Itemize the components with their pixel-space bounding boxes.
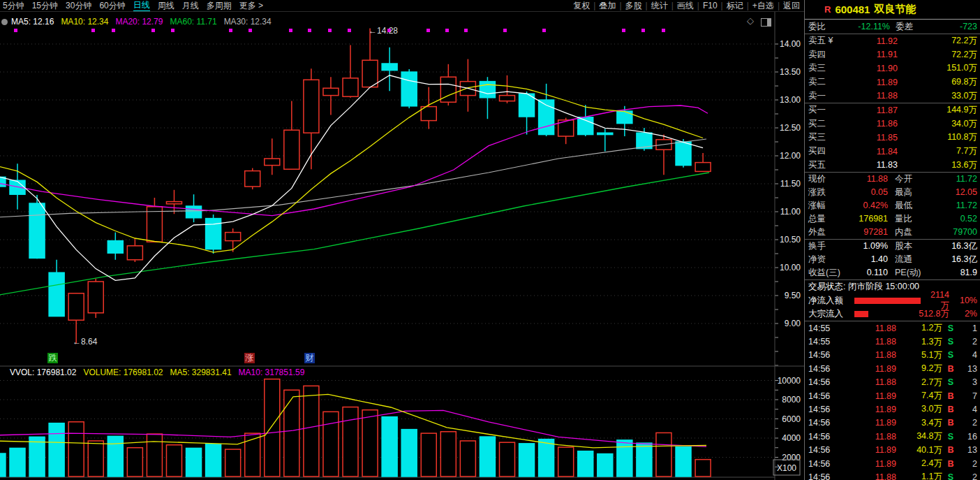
volume-bar[interactable] <box>440 432 456 477</box>
bid-row[interactable]: 买二11.8634.0万 <box>805 117 980 131</box>
event-dot[interactable] <box>426 29 430 32</box>
menu-item-返回[interactable]: 返回 <box>783 1 800 11</box>
menu-item-叠加[interactable]: 叠加 <box>599 1 616 11</box>
volume-bar[interactable] <box>519 444 535 477</box>
candle-body[interactable] <box>284 130 299 169</box>
volume-bar[interactable] <box>284 390 299 477</box>
event-dot[interactable] <box>622 29 625 32</box>
volume-bar[interactable] <box>107 436 123 477</box>
volume-bar[interactable] <box>127 448 142 477</box>
event-dot[interactable] <box>464 29 468 32</box>
volume-bar[interactable] <box>343 407 358 477</box>
bid-row[interactable]: 买四11.847.7万 <box>805 145 980 159</box>
volume-bar[interactable] <box>382 417 397 477</box>
event-dot[interactable] <box>308 29 311 32</box>
volume-bar[interactable] <box>656 432 671 477</box>
volume-bar[interactable] <box>147 434 162 477</box>
volume-bar[interactable] <box>558 447 574 477</box>
volume-bar[interactable] <box>206 444 221 477</box>
candle-body[interactable] <box>343 78 358 96</box>
candle-body[interactable] <box>676 142 691 166</box>
diamond-icon[interactable]: ◇ <box>747 15 754 26</box>
volume-bar[interactable] <box>49 423 64 477</box>
volume-bar[interactable] <box>186 448 202 477</box>
event-dot[interactable] <box>229 29 232 32</box>
menu-item-统计[interactable]: 统计 <box>651 1 668 11</box>
tick-trade-list[interactable]: 14:5511.881.2万S114:5511.881.3万S214:5611.… <box>805 321 980 480</box>
event-dot[interactable] <box>542 29 546 32</box>
menu-item-更多 >[interactable]: 更多 > <box>239 1 263 11</box>
candle-body[interactable] <box>401 72 417 106</box>
volume-bar[interactable] <box>401 430 417 477</box>
volume-bar[interactable] <box>29 437 45 477</box>
event-dot[interactable] <box>503 29 507 32</box>
volume-bar[interactable] <box>166 445 181 477</box>
legend-collapse-icon[interactable] <box>1 19 8 25</box>
menu-item-日线[interactable]: 日线 <box>133 0 150 11</box>
pane-layout-icon[interactable] <box>761 18 771 27</box>
ask-row[interactable]: 卖二11.8969.8万 <box>805 75 980 89</box>
volume-bar[interactable] <box>225 449 241 477</box>
event-dot[interactable] <box>171 29 175 32</box>
volume-bar[interactable] <box>88 441 103 477</box>
event-dot[interactable] <box>151 29 155 32</box>
candle-body[interactable] <box>695 163 711 172</box>
bid-row[interactable]: 买五11.8313.6万 <box>805 158 980 172</box>
event-dot[interactable] <box>445 29 449 32</box>
trade-row[interactable]: 14:5611.885.1万S4 <box>805 349 980 362</box>
event-dot[interactable] <box>248 29 252 32</box>
menu-item-多周期[interactable]: 多周期 <box>207 1 232 11</box>
candle-body[interactable] <box>206 219 221 249</box>
trade-row[interactable]: 14:5511.881.2万S1 <box>805 321 980 335</box>
trade-row[interactable]: 14:5611.892.4万B2 <box>805 457 980 470</box>
trade-row[interactable]: 14:5611.8940.1万B13 <box>805 443 980 456</box>
menu-item-画线[interactable]: 画线 <box>677 1 694 11</box>
event-dot[interactable] <box>91 29 95 32</box>
menu-item-标记[interactable]: 标记 <box>727 1 743 11</box>
volume-bar[interactable] <box>421 433 436 477</box>
volume-bar[interactable] <box>539 439 554 477</box>
candle-body[interactable] <box>597 133 613 134</box>
candle-body[interactable] <box>362 60 378 87</box>
menu-item-5分钟[interactable]: 5分钟 <box>3 1 24 11</box>
menu-item-F10[interactable]: F10 <box>703 1 718 11</box>
event-badge-涨[interactable]: 涨 <box>244 353 255 363</box>
menu-item-复权[interactable]: 复权 <box>573 1 590 11</box>
menu-item-60分钟[interactable]: 60分钟 <box>99 1 125 11</box>
volume-bar[interactable] <box>362 410 378 477</box>
candle-body[interactable] <box>500 96 515 101</box>
volume-bar[interactable] <box>10 448 25 477</box>
menu-item-多股[interactable]: 多股 <box>625 1 642 11</box>
event-dot[interactable] <box>328 29 332 32</box>
event-dot[interactable] <box>662 29 665 32</box>
menu-item-+自选[interactable]: +自选 <box>752 1 774 11</box>
volume-bar[interactable] <box>0 453 6 477</box>
event-badge-跌[interactable]: 跌 <box>47 353 58 363</box>
event-badge-财[interactable]: 财 <box>304 353 315 363</box>
volume-bar[interactable] <box>480 437 495 477</box>
trade-row[interactable]: 14:5611.893.4万B2 <box>805 416 980 430</box>
trade-row[interactable]: 14:5611.8834.8万S16 <box>805 430 980 443</box>
ask-row[interactable]: 卖一11.8833.0万 <box>805 89 980 103</box>
candle-body[interactable] <box>10 180 25 194</box>
volume-bar[interactable] <box>460 441 475 477</box>
candle-body[interactable] <box>166 202 181 204</box>
volume-bar[interactable] <box>676 447 691 477</box>
volume-bar[interactable] <box>695 460 711 477</box>
candle-body[interactable] <box>225 233 241 241</box>
trade-row[interactable]: 14:5611.893.0万B4 <box>805 402 980 416</box>
volume-bar[interactable] <box>68 422 84 477</box>
candle-body[interactable] <box>147 207 162 242</box>
volume-bar[interactable] <box>637 443 652 477</box>
event-dot[interactable] <box>641 29 645 32</box>
trade-row[interactable]: 14:5611.897.4万B7 <box>805 389 980 402</box>
event-dot[interactable] <box>14 29 17 32</box>
trade-row[interactable]: 14:5611.881.1万S2 <box>805 470 980 480</box>
ask-row[interactable]: 卖三11.90151.0万 <box>805 61 980 75</box>
volume-bar[interactable] <box>617 440 632 477</box>
candle-body[interactable] <box>480 82 495 98</box>
candle-body[interactable] <box>617 111 632 124</box>
candle-body[interactable] <box>265 159 280 166</box>
menu-item-周线[interactable]: 周线 <box>158 1 175 11</box>
ask-row[interactable]: 卖五 ¥11.9272.2万 <box>805 34 980 48</box>
